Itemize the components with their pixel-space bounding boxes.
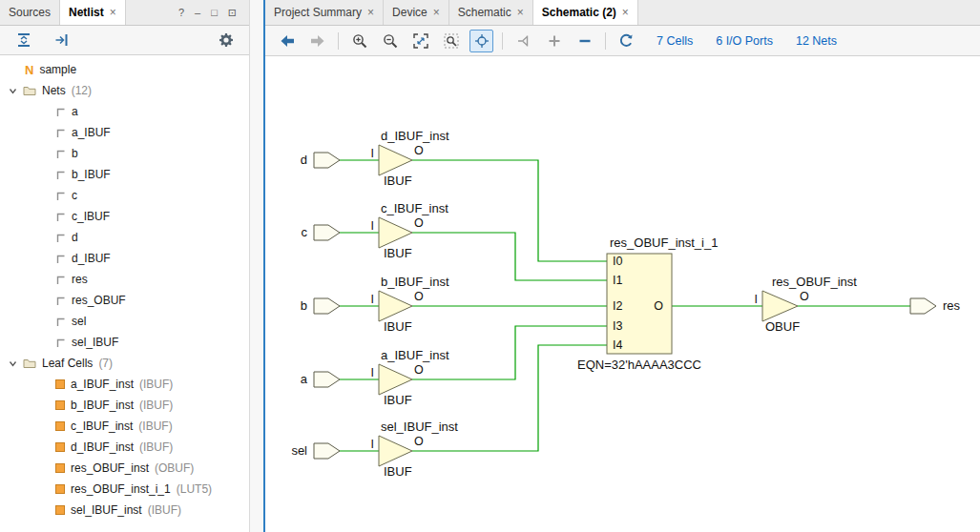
cell-name: d_IBUF_inst xyxy=(71,440,134,454)
net-icon xyxy=(55,317,66,327)
wire-sel[interactable] xyxy=(340,345,607,451)
scroll-to-selected-button[interactable] xyxy=(50,29,73,51)
net-item[interactable]: a xyxy=(0,101,249,122)
input-port-sel[interactable]: sel xyxy=(291,443,340,459)
buffer-d-ibuf[interactable]: d_IBUF_inst I O IBUF xyxy=(371,129,449,188)
chevron-down-icon[interactable] xyxy=(8,359,17,368)
tab-netlist[interactable]: Netlist × xyxy=(60,0,126,25)
net-icon xyxy=(55,170,66,180)
net-item[interactable]: sel_IBUF xyxy=(0,332,249,353)
schematic-drawing[interactable]: d c b a sel xyxy=(265,56,980,532)
leaf-cell-item[interactable]: d_IBUF_inst(IBUF) xyxy=(0,437,249,458)
net-item[interactable]: b xyxy=(0,143,249,164)
float-window-icon[interactable]: □ xyxy=(211,7,218,18)
buffer-b-ibuf[interactable]: b_IBUF_inst I O IBUF xyxy=(371,275,449,334)
zoom-selection-icon xyxy=(444,33,459,49)
back-button[interactable] xyxy=(275,30,299,52)
net-item[interactable]: c xyxy=(0,185,249,206)
tab-sources[interactable]: Sources xyxy=(0,0,60,25)
output-port-res[interactable]: res xyxy=(910,298,961,314)
pin-label-i2: I2 xyxy=(613,299,622,313)
leaf-cell-item[interactable]: res_OBUF_inst(OBUF) xyxy=(0,458,249,479)
regenerate-button[interactable] xyxy=(615,30,638,52)
remove-from-schematic-button[interactable] xyxy=(573,30,596,52)
zoom-to-selection-button[interactable] xyxy=(439,30,463,52)
cell-icon xyxy=(55,379,65,389)
net-item[interactable]: b_IBUF xyxy=(0,164,249,185)
cell-name: a_IBUF_inst xyxy=(71,378,134,391)
panel-splitter[interactable] xyxy=(250,0,263,532)
add-to-schematic-button[interactable] xyxy=(542,30,566,52)
close-icon[interactable]: × xyxy=(622,6,629,19)
cell-icon xyxy=(55,400,65,410)
net-item[interactable]: a_IBUF xyxy=(0,122,249,143)
collapse-all-button[interactable] xyxy=(11,29,35,51)
net-icon xyxy=(55,296,66,306)
input-port-b[interactable]: b xyxy=(301,298,340,314)
schematic-toolbar: 7 Cells 6 I/O Ports 12 Nets xyxy=(265,26,980,56)
minus-icon xyxy=(578,34,592,48)
tab-project-summary[interactable]: Project Summary × xyxy=(265,0,384,25)
pin-label-in: I xyxy=(371,438,374,451)
netlist-panel: Sources Netlist × ? – □ ⊡ xyxy=(0,0,250,532)
zoom-in-button[interactable] xyxy=(347,30,371,52)
tab-schematic-2[interactable]: Schematic (2) × xyxy=(533,0,638,25)
close-icon[interactable]: × xyxy=(110,6,116,19)
buffer-c-ibuf[interactable]: c_IBUF_inst I O IBUF xyxy=(371,201,449,260)
cell-name: res_OBUF_inst xyxy=(71,461,149,475)
tree-item-nets-folder[interactable]: Nets (12) xyxy=(0,80,249,101)
io-ports-count: 6 I/O Ports xyxy=(716,34,773,48)
net-icon xyxy=(55,275,66,285)
back-arrow-icon xyxy=(279,34,296,48)
maximize-icon[interactable]: ⊡ xyxy=(228,7,237,19)
close-icon[interactable]: × xyxy=(367,6,374,19)
leaf-cell-item[interactable]: b_IBUF_inst(IBUF) xyxy=(0,395,249,416)
netlist-root-icon: N xyxy=(25,63,33,77)
tree-item-root[interactable]: N sample xyxy=(0,59,249,80)
chevron-down-icon[interactable] xyxy=(8,87,17,95)
cells-count: 7 Cells xyxy=(657,34,693,48)
buffer-sel-ibuf[interactable]: sel_IBUF_inst I O IBUF xyxy=(371,419,459,479)
instance-name: a_IBUF_inst xyxy=(381,348,449,362)
zoom-out-button[interactable] xyxy=(378,30,402,52)
settings-button[interactable] xyxy=(214,29,238,51)
net-item[interactable]: d xyxy=(0,227,249,248)
cell-type: (IBUF) xyxy=(139,440,173,454)
net-item[interactable]: res xyxy=(0,269,249,290)
net-item[interactable]: c_IBUF xyxy=(0,206,249,227)
net-item-label: b xyxy=(72,147,78,160)
port-label: sel xyxy=(291,443,307,458)
net-item[interactable]: res_OBUF xyxy=(0,290,249,311)
pin-label-i0: I0 xyxy=(613,255,622,268)
obuf-res[interactable]: res_OBUF_inst I O OBUF xyxy=(755,275,858,334)
schematic-stats: 7 Cells 6 I/O Ports 12 Nets xyxy=(657,34,837,48)
input-port-d[interactable]: d xyxy=(301,153,340,168)
net-item-label: sel_IBUF xyxy=(72,336,118,349)
net-item[interactable]: d_IBUF xyxy=(0,248,249,269)
net-item-label: c_IBUF xyxy=(72,210,110,223)
forward-button[interactable] xyxy=(305,30,329,52)
pin-label-in: I xyxy=(755,293,758,306)
lut5-res-obuf-inst-i-1[interactable]: res_OBUF_inst_i_1 I0 I1 I2 I3 I4 O EQN=3… xyxy=(577,235,718,372)
expand-cone-button[interactable] xyxy=(511,30,535,52)
input-port-a[interactable]: a xyxy=(301,372,340,387)
help-icon[interactable]: ? xyxy=(178,7,184,18)
input-port-c[interactable]: c xyxy=(302,225,341,240)
leaf-cell-item[interactable]: sel_IBUF_inst(IBUF) xyxy=(0,500,249,521)
leaf-cell-item[interactable]: c_IBUF_inst(IBUF) xyxy=(0,416,249,437)
buffer-a-ibuf[interactable]: a_IBUF_inst I O IBUF xyxy=(371,348,449,407)
tab-device[interactable]: Device × xyxy=(384,0,449,25)
tree-item-leaf-cells-folder[interactable]: Leaf Cells (7) xyxy=(0,353,249,374)
cell-name: b_IBUF_inst xyxy=(71,399,134,412)
leaf-cell-item[interactable]: a_IBUF_inst(IBUF) xyxy=(0,374,249,395)
leaf-cell-item[interactable]: res_OBUF_inst_i_1(LUT5) xyxy=(0,479,249,500)
tree-item-label: Leaf Cells xyxy=(42,357,93,370)
autofit-selection-toggle[interactable] xyxy=(469,30,493,52)
close-icon[interactable]: × xyxy=(517,6,524,19)
minimize-icon[interactable]: – xyxy=(195,7,200,18)
net-item[interactable]: sel xyxy=(0,311,249,332)
zoom-fit-button[interactable] xyxy=(408,30,432,52)
tab-schematic[interactable]: Schematic × xyxy=(449,0,533,25)
schematic-canvas[interactable]: d c b a sel xyxy=(265,56,980,532)
close-icon[interactable]: × xyxy=(433,6,440,19)
